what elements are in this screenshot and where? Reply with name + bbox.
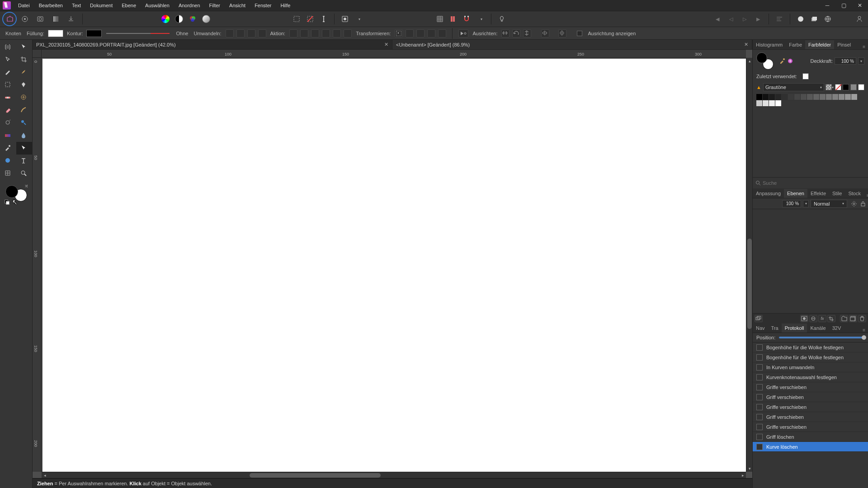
context-extra-button[interactable] [458,29,468,38]
scrollbar-thumb[interactable] [747,239,752,329]
transform-4-button[interactable] [438,29,446,38]
ruler-corner[interactable] [33,50,42,58]
ruler-vertical[interactable]: 050100150200 [33,58,42,472]
panel-fg-swatch[interactable] [756,52,767,63]
retouch-tool[interactable] [16,117,33,129]
picker-tool[interactable] [0,142,16,155]
history-item[interactable]: Griffe verschieben [753,402,868,412]
menu-fenster[interactable]: Fenster [250,1,276,10]
tab-adjust[interactable]: Anpassung [753,189,784,198]
panel-color-fg-bg[interactable] [756,52,774,70]
swatch-cell[interactable] [839,94,845,100]
heal-tool[interactable] [0,91,16,104]
convert-smart-button[interactable] [247,29,255,38]
recent-swatch[interactable] [802,73,809,80]
align-horiz-button[interactable] [501,29,509,38]
gradient-button[interactable] [200,13,212,25]
color-fg-bg[interactable]: ⤭ ↖ [3,183,30,204]
tab-color[interactable]: Farbe [786,40,805,49]
assistant-button[interactable] [496,13,508,25]
foreground-color-swatch[interactable] [5,185,18,198]
opacity-input[interactable]: 100 % [835,57,856,65]
mid-swatch[interactable] [850,84,857,90]
zoom-tool[interactable] [16,167,33,180]
panel-menu-icon[interactable]: ≡ [860,328,868,333]
history-item[interactable]: Bogenhöhe für die Wolke festlegen [753,352,868,362]
snap-vert-button[interactable] [558,29,566,38]
align-rotate-button[interactable] [512,29,520,38]
vector-arrow-tool[interactable] [16,142,33,155]
reset-colors-icon[interactable] [5,200,9,204]
history-item[interactable]: Griff verschieben [753,392,868,402]
menu-filter[interactable]: Filter [205,1,225,10]
mesh-tool[interactable] [0,167,16,180]
layer-adjust-button[interactable] [809,315,817,322]
paint-tool[interactable] [16,104,33,117]
tab-stock[interactable]: Stock [845,189,864,198]
action-join-button[interactable] [322,29,330,38]
gear-icon[interactable] [851,201,857,207]
dodge-tool[interactable] [0,117,16,129]
swatch-cell[interactable] [826,94,832,100]
swatch-cell[interactable] [756,100,763,107]
stroke-preview[interactable] [106,30,170,37]
grid-button[interactable] [434,13,446,25]
layer-add-button[interactable] [849,315,857,322]
scroll-down-icon[interactable]: ▾ [746,465,752,472]
history-item[interactable]: Griff verschieben [753,412,868,422]
close-icon[interactable]: ✕ [384,42,388,47]
tab-layers[interactable]: Ebenen [784,189,807,198]
persona-export-button[interactable] [65,13,77,25]
history-item[interactable]: Kurvenknotenauswahl festlegen [753,372,868,382]
stroke-style-label[interactable]: Ohne [174,31,190,36]
swatch-cell[interactable] [807,94,813,100]
palette-select[interactable]: Grautöne▾ [763,83,824,91]
history-list[interactable]: Bogenhöhe für die Wolke festlegenBogenhö… [753,343,868,488]
scrollbar-vertical[interactable]: ▴ ▾ [746,58,752,472]
black-swatch[interactable] [843,84,849,90]
pen-tool[interactable] [0,66,16,79]
marquee-rect-tool[interactable] [0,79,16,91]
tab-history[interactable]: Protokoll [782,324,807,333]
view-tool[interactable] [0,41,16,53]
menu-ansicht[interactable]: Ansicht [225,1,250,10]
snap-horiz-button[interactable] [541,29,549,38]
window-close-button[interactable]: ✕ [852,0,868,11]
scrollbar-thumb[interactable] [250,473,381,478]
transform-2-button[interactable] [416,29,425,38]
eyedropper-icon[interactable] [779,58,785,64]
snap-dropdown[interactable] [475,13,486,25]
erase-tool[interactable] [0,104,16,117]
window-restore-button[interactable]: ▢ [835,0,852,11]
tab-histogram[interactable]: Histogramm [753,40,786,49]
history-item[interactable]: In Kurven umwandeln [753,362,868,372]
tab-channels[interactable]: Kanäle [807,324,829,333]
crop-tool[interactable] [16,53,33,66]
layer-fx-button[interactable]: fx [818,315,826,322]
align-vert-button[interactable] [523,29,531,38]
convert-cusp-button[interactable] [258,29,266,38]
fill-swatch[interactable] [48,30,63,37]
swatch-cell[interactable] [763,100,769,107]
wheel-button[interactable] [160,13,171,25]
flood-select-tool[interactable] [16,79,33,91]
transform-1-button[interactable] [406,29,414,38]
history-item[interactable]: Kurve löschen [753,442,868,452]
menu-anordnen[interactable]: Anordnen [174,1,205,10]
swatch-cell[interactable] [851,94,858,100]
swatch-cell[interactable] [756,94,763,100]
swatch-cell[interactable] [788,94,794,100]
stack-button[interactable] [808,13,820,25]
quickmask-button[interactable] [339,13,351,25]
globe-button[interactable] [822,13,834,25]
close-icon[interactable]: ✕ [744,42,748,47]
layer-opacity-input[interactable]: 100 % [782,200,801,207]
shape-tool[interactable] [0,155,16,167]
layer-crop-button[interactable] [827,315,835,322]
menu-dokument[interactable]: Dokument [85,1,117,10]
opacity-dropdown[interactable]: ▾ [858,57,864,65]
transform-3-button[interactable] [427,29,435,38]
panel-menu-icon[interactable]: ≡ [860,44,868,49]
transform-origin-button[interactable] [395,29,403,38]
ruler-horizontal[interactable]: 50100150200250300 [42,50,746,58]
